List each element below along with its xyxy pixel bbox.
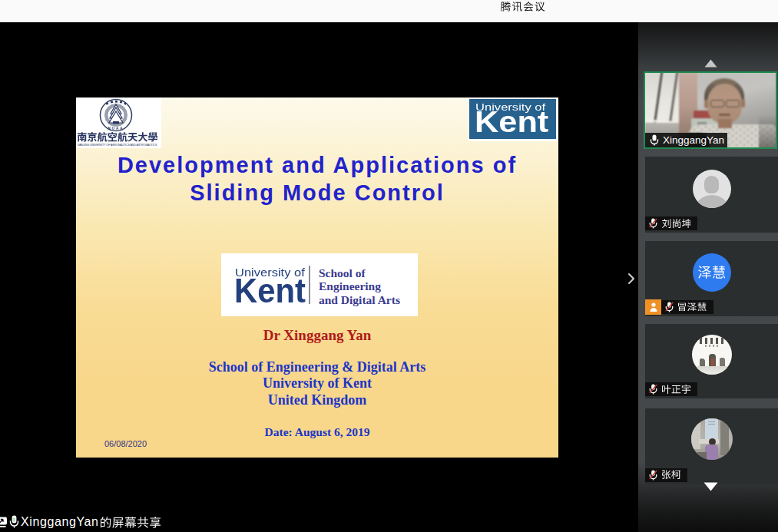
svg-text:NUAA: NUAA [108, 127, 124, 131]
